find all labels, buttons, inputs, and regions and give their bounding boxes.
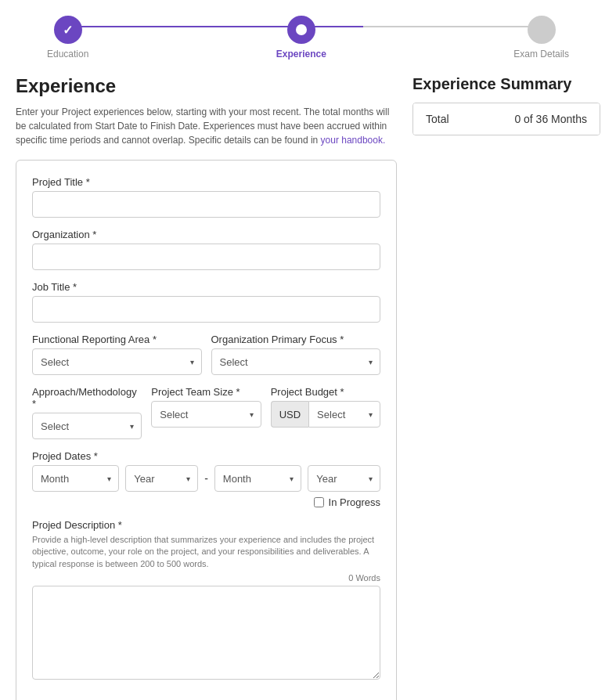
org-primary-focus-col: Organization Primary Focus * Select ▾ (211, 334, 381, 375)
main-content: Experience Enter your Project experience… (0, 67, 616, 700)
end-year-wrapper: Year ▾ (308, 465, 380, 492)
dates-group: Projed Dates * Month ▾ Year ▾ - (32, 450, 380, 508)
description-subtitle: Provide a high-level description that su… (32, 534, 380, 570)
project-title-label: Projed Title * (32, 176, 380, 188)
start-month-wrapper: Month ▾ (32, 465, 119, 492)
team-size-wrapper: Select ▾ (151, 401, 261, 428)
functional-focus-row: Functional Reporting Area * Select ▾ Org… (32, 334, 380, 375)
end-year-select[interactable]: Year (308, 465, 380, 492)
organization-input[interactable] (32, 244, 380, 270)
organization-label: Organization * (32, 229, 380, 240)
org-primary-focus-label: Organization Primary Focus * (211, 334, 381, 345)
date-separator: - (204, 472, 208, 485)
approach-select[interactable]: Select (32, 413, 142, 439)
budget-wrapper: Select ▾ (308, 401, 380, 428)
step-label-experience: Experience (276, 49, 326, 60)
org-primary-focus-wrapper: Select ▾ (211, 348, 381, 375)
word-count: 0 Words (32, 573, 380, 583)
summary-row: Total 0 of 36 Months (413, 103, 600, 135)
left-panel: Experience Enter your Project experience… (16, 75, 397, 700)
job-title-input[interactable] (32, 296, 380, 323)
handbook-link[interactable]: your handbook. (321, 135, 386, 146)
job-title-group: Job Title * (32, 281, 380, 323)
step-label-education: Education (47, 49, 88, 60)
progress-step-exam-details: Exam Details (513, 16, 569, 60)
functional-reporting-col: Functional Reporting Area * Select ▾ (32, 334, 202, 375)
step-circle-education: ✓ (54, 16, 82, 44)
experience-form: Projed Title * Organization * Job Title … (16, 160, 397, 700)
step-label-exam-details: Exam Details (513, 49, 569, 60)
budget-label: Project Budget * (271, 386, 380, 398)
intro-text: Enter your Project experiences below, st… (16, 105, 397, 147)
project-title-input[interactable] (32, 191, 380, 218)
progress-step-education: ✓ Education (47, 16, 88, 60)
functional-reporting-select[interactable]: Select (32, 348, 202, 375)
in-progress-checkbox[interactable] (314, 497, 324, 507)
team-size-label: Project Team Size * (151, 386, 261, 398)
usd-badge: USD (271, 401, 308, 428)
approach-wrapper: Select ▾ (32, 413, 142, 439)
page-title: Experience (16, 75, 397, 97)
approach-team-budget-row: Approach/Methodology * Select ▾ Project … (32, 386, 380, 439)
team-size-col: Project Team Size * Select ▾ (151, 386, 261, 439)
dates-row: Month ▾ Year ▾ - Month (32, 465, 380, 492)
dates-label: Projed Dates * (32, 450, 380, 462)
summary-box: Total 0 of 36 Months (412, 103, 600, 135)
project-title-group: Projed Title * (32, 176, 380, 218)
budget-col: Project Budget * USD Select ▾ (271, 386, 380, 439)
description-textarea[interactable] (32, 586, 380, 680)
progress-step-experience: Experience (276, 16, 326, 60)
end-month-wrapper: Month ▾ (214, 465, 301, 492)
step-circle-exam-details (528, 16, 556, 44)
step-circle-experience (287, 16, 315, 44)
summary-value: 0 of 36 Months (514, 113, 587, 125)
budget-select[interactable]: Select (308, 401, 380, 428)
start-month-select[interactable]: Month (32, 465, 119, 492)
summary-title: Experience Summary (412, 75, 600, 93)
description-group: Projed Description * Provide a high-leve… (32, 519, 380, 682)
approach-col: Approach/Methodology * Select ▾ (32, 386, 142, 439)
start-year-select[interactable]: Year (125, 465, 198, 492)
job-title-label: Job Title * (32, 281, 380, 293)
progress-bar: ✓ Education Experience Exam Details (0, 0, 616, 67)
summary-label: Total (426, 113, 449, 125)
approach-label: Approach/Methodology * (32, 386, 142, 410)
in-progress-row: In Progress (32, 496, 380, 508)
end-month-select[interactable]: Month (214, 465, 301, 492)
right-panel: Experience Summary Total 0 of 36 Months (412, 75, 600, 700)
functional-reporting-wrapper: Select ▾ (32, 348, 202, 375)
description-label: Projed Description * (32, 519, 380, 531)
budget-row: USD Select ▾ (271, 401, 380, 428)
org-primary-focus-select[interactable]: Select (211, 348, 381, 375)
in-progress-label: In Progress (329, 496, 380, 508)
start-year-wrapper: Year ▾ (125, 465, 198, 492)
organization-group: Organization * (32, 229, 380, 270)
team-size-select[interactable]: Select (151, 401, 261, 428)
checkmark-icon: ✓ (63, 23, 73, 38)
functional-reporting-label: Functional Reporting Area * (32, 334, 202, 345)
